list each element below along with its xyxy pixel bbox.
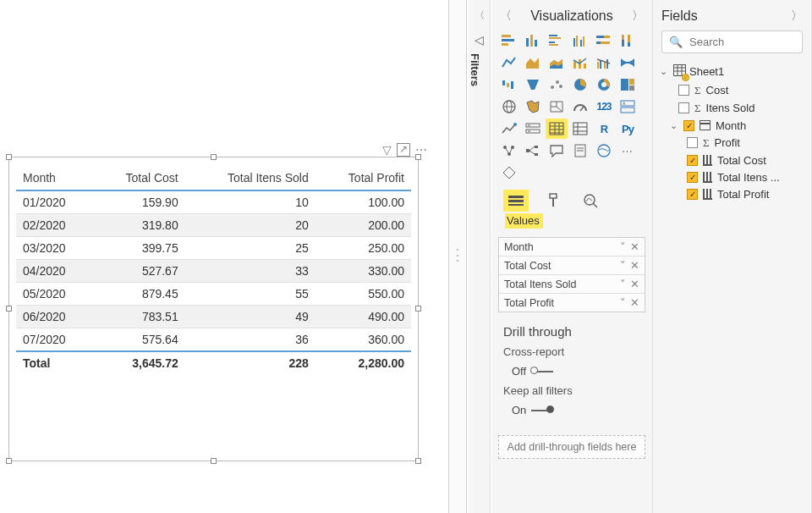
svg-rect-8 (549, 41, 555, 43)
checkbox-checked[interactable]: ✓ (683, 120, 694, 131)
gauge-icon[interactable] (569, 97, 591, 117)
well-item[interactable]: Month˅✕ (499, 238, 645, 256)
matrix-icon[interactable] (569, 119, 591, 139)
line-stacked-column-icon[interactable] (569, 52, 591, 73)
focus-icon[interactable]: ↗ (397, 143, 410, 157)
stacked-bar-icon[interactable] (498, 30, 520, 51)
drill-through-drop[interactable]: Add drill-through fields here (498, 435, 645, 459)
svg-rect-30 (604, 63, 606, 69)
sigma-icon: Σ (703, 136, 710, 150)
donut-icon[interactable] (593, 74, 615, 95)
filled-map-icon[interactable] (522, 97, 544, 117)
measure-item[interactable]: ✓ Total Cost (687, 152, 806, 168)
checkbox[interactable] (687, 137, 698, 148)
svg-rect-34 (511, 81, 513, 89)
map-icon[interactable] (498, 97, 520, 117)
chevron-left-icon[interactable]: 〈 (469, 8, 490, 23)
stacked-area-icon[interactable] (546, 52, 568, 73)
table-icon[interactable] (546, 119, 568, 139)
values-well[interactable]: Month˅✕ Total Cost˅✕ Total Itens Sold˅✕ … (498, 237, 645, 312)
measure-item[interactable]: ✓ Total Profit (687, 185, 806, 202)
measure-item[interactable]: ✓ Total Itens ... (687, 168, 806, 185)
line-chart-icon[interactable] (498, 52, 520, 73)
pie-icon[interactable] (569, 74, 591, 95)
resize-handle[interactable] (6, 306, 12, 312)
checkbox-checked[interactable]: ✓ (687, 189, 698, 200)
chevron-right-icon[interactable]: 〉 (632, 8, 644, 24)
chevron-down-icon: ⌄ (670, 120, 678, 131)
col-header[interactable]: Month (16, 166, 94, 190)
slicer-icon[interactable] (522, 119, 544, 139)
svg-line-75 (529, 146, 535, 151)
svg-point-41 (601, 82, 606, 87)
canvas-splitter[interactable] (448, 0, 467, 513)
line-clustered-column-icon[interactable] (593, 52, 615, 73)
qna-icon[interactable] (546, 141, 568, 161)
svg-rect-6 (549, 35, 557, 36)
scatter-icon[interactable] (546, 74, 568, 95)
paginated-report-icon[interactable] (569, 141, 591, 161)
svg-point-38 (559, 85, 562, 88)
resize-handle[interactable] (211, 458, 217, 464)
shape-map-icon[interactable] (546, 97, 568, 117)
resize-handle[interactable] (415, 306, 421, 312)
keep-all-filters-toggle[interactable]: On (512, 404, 553, 416)
col-header[interactable]: Total Profit (315, 166, 411, 190)
filters-pane-collapsed[interactable]: 〈 ◁ Filters (469, 0, 491, 513)
hierarchy-item-month[interactable]: ⌄ ✓ Month (670, 117, 806, 134)
resize-handle[interactable] (415, 154, 421, 160)
table-node-sheet1[interactable]: ⌄ ✓ Sheet1 (658, 62, 806, 81)
clustered-bar-icon[interactable] (546, 30, 568, 51)
clustered-column-icon[interactable] (569, 30, 591, 51)
python-visual-icon[interactable]: Py (617, 119, 639, 139)
field-item[interactable]: Σ Profit (687, 134, 806, 152)
stacked-column-icon[interactable] (522, 30, 544, 51)
svg-rect-83 (508, 200, 524, 202)
powerapps-icon[interactable] (498, 163, 520, 183)
format-tab-icon[interactable] (540, 190, 566, 212)
ribbon-chart-icon[interactable] (617, 52, 639, 73)
checkbox-checked[interactable]: ✓ (687, 172, 698, 183)
fields-search[interactable]: 🔍 (661, 30, 803, 53)
table-row: 01/2020159.9010100.00 (16, 190, 411, 214)
checkbox[interactable] (678, 85, 689, 96)
card-icon[interactable]: 123 (593, 97, 615, 117)
kpi-icon[interactable] (498, 119, 520, 139)
resize-handle[interactable] (6, 154, 12, 160)
checkbox[interactable] (678, 102, 689, 113)
field-item[interactable]: Σ Cost (678, 81, 806, 99)
well-item[interactable]: Total Profit˅✕ (499, 294, 645, 312)
funnel-icon[interactable] (522, 74, 544, 95)
chevron-right-icon[interactable]: 〉 (791, 8, 803, 24)
filter-icon[interactable]: ▽ (382, 143, 392, 157)
resize-handle[interactable] (211, 154, 217, 160)
cross-report-toggle[interactable]: Off (512, 365, 553, 378)
checkbox-checked[interactable]: ✓ (687, 155, 698, 166)
waterfall-icon[interactable] (498, 74, 520, 95)
well-item[interactable]: Total Cost˅✕ (499, 256, 645, 275)
fields-tab-icon[interactable] (503, 190, 529, 212)
svg-point-36 (551, 86, 554, 89)
svg-marker-35 (527, 80, 539, 90)
r-visual-icon[interactable]: R (593, 119, 615, 139)
search-input[interactable] (688, 35, 812, 49)
decomposition-tree-icon[interactable] (522, 141, 544, 161)
well-item[interactable]: Total Itens Sold˅✕ (499, 275, 645, 294)
key-influencers-icon[interactable] (498, 141, 520, 161)
100stacked-bar-icon[interactable] (593, 30, 615, 51)
100stacked-column-icon[interactable] (617, 30, 639, 51)
resize-handle[interactable] (415, 458, 421, 464)
multi-row-card-icon[interactable]: A (617, 97, 639, 117)
area-chart-icon[interactable] (522, 52, 544, 73)
treemap-icon[interactable] (617, 74, 639, 95)
resize-handle[interactable] (6, 458, 12, 464)
field-item[interactable]: Σ Itens Sold (678, 99, 806, 117)
col-header[interactable]: Total Itens Sold (185, 166, 315, 190)
analytics-tab-icon[interactable] (578, 190, 603, 212)
chevron-left-icon[interactable]: 〈 (500, 8, 512, 24)
get-more-visuals-icon[interactable]: ⋯ (617, 141, 639, 161)
col-header[interactable]: Total Cost (94, 166, 185, 190)
table-visual[interactable]: Month Total Cost Total Itens Sold Total … (8, 157, 419, 461)
sigma-icon: Σ (694, 102, 701, 115)
arcgis-icon[interactable] (593, 141, 615, 161)
